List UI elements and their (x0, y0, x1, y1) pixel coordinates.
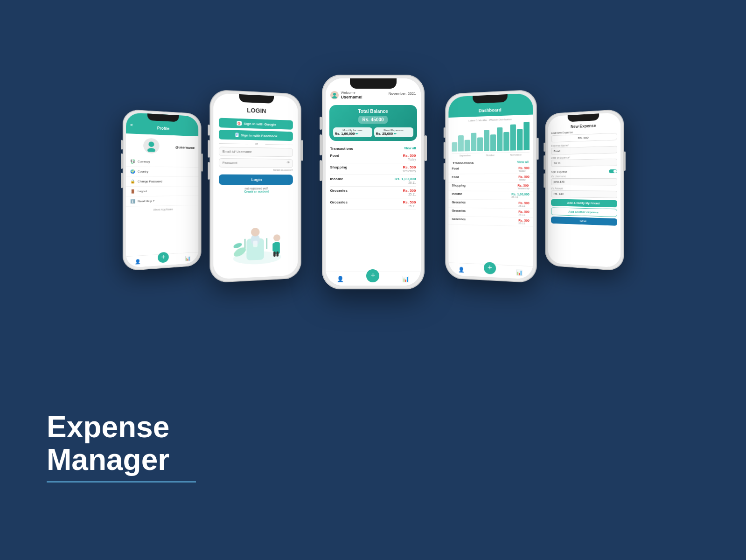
split-toggle[interactable] (609, 169, 617, 173)
add-another-button[interactable]: Add another expense (551, 207, 617, 217)
phone-shell-dashboard: Dashboard Latest 3 Months - Weekly Distr… (445, 89, 537, 283)
dash-trans-right: Rs. 50025.11 (518, 219, 530, 225)
profile-title: Profile (129, 125, 195, 132)
svg-point-17 (332, 96, 337, 98)
chart-bar (516, 129, 523, 151)
dash-trans-date: 25.11 (518, 213, 530, 216)
monthly-income-item: Monthly Income Rs. 1,00,000 ✏ (333, 127, 372, 137)
dash-view-all[interactable]: View all (517, 161, 529, 165)
phone-shell-login: LOGIN G Sign in with Google f Sign in wi… (209, 89, 301, 283)
dash-trans-name: Food (452, 175, 459, 178)
dash-trans-name: Groceries (452, 217, 466, 221)
add-notify-button[interactable]: Add & Notify My Friend (551, 199, 617, 208)
password-visibility-icon[interactable]: 👁 (286, 161, 290, 164)
menu-icon: 💱 (130, 159, 135, 163)
transaction-item[interactable]: ShoppingRs. 500Yesterday (330, 163, 416, 175)
login-illustration (218, 220, 298, 266)
total-balance-amount: Rs. 45000 (358, 116, 387, 124)
title-line1: Expense (47, 411, 699, 443)
friend-amount-input[interactable] (551, 190, 617, 198)
profile-menu-item[interactable]: 🌍Country (126, 167, 198, 177)
nav-person-icon[interactable]: 👤 (134, 259, 140, 264)
dash-trans-date: 28.11 (511, 196, 530, 198)
chart-bar (490, 134, 495, 151)
phone-shell-expense: New Expense Add New Expense Rs. 500 Expe… (545, 109, 624, 272)
dash-transaction-item[interactable]: FoodRs. 500Today (448, 174, 533, 183)
nav-add-center[interactable]: + (366, 269, 379, 282)
svg-rect-11 (272, 243, 276, 252)
email-input[interactable] (218, 147, 293, 157)
screen-login: LOGIN G Sign in with Google f Sign in wi… (213, 93, 298, 279)
phone-new-expense: New Expense Add New Expense Rs. 500 Expe… (545, 109, 624, 272)
nav-add-fab[interactable]: + (158, 252, 169, 263)
nav-person-dash[interactable]: 👤 (458, 266, 464, 273)
screen-transactions: Welcome Username! November, 2021 Total B… (326, 78, 421, 286)
svg-rect-8 (266, 238, 267, 249)
edit-income-icon[interactable]: ✏ (356, 132, 358, 136)
expense-date-input[interactable] (551, 159, 617, 167)
nav-add-dash[interactable]: + (483, 262, 495, 274)
facebook-signin-button[interactable]: f Sign in with Facebook (218, 130, 293, 141)
menu-icon: 🔒 (130, 179, 135, 183)
month-label: November, 2021 (389, 91, 416, 96)
trans-amount: Rs. 500 (403, 200, 416, 204)
create-account-link[interactable]: Create an account (244, 190, 269, 193)
dash-transaction-item[interactable]: GroceriesRs. 50025.11 (448, 216, 533, 226)
back-button[interactable]: < (130, 123, 132, 127)
svg-point-5 (251, 228, 259, 237)
login-button[interactable]: Login (218, 175, 293, 185)
svg-rect-6 (253, 241, 257, 247)
trans-date: 25.11 (403, 193, 416, 196)
user-avatar (330, 91, 339, 99)
screen-new-expense: New Expense Add New Expense Rs. 500 Expe… (548, 112, 620, 268)
transaction-item[interactable]: IncomeRs. 1,00,00028.11 (330, 175, 416, 187)
view-all-link[interactable]: View all (404, 147, 416, 151)
edit-expense-icon[interactable]: ✏ (394, 132, 397, 136)
dash-transaction-item[interactable]: IncomeRs. 1,00,00028.11 (448, 191, 533, 200)
dash-trans-name: Groceries (452, 201, 466, 204)
google-btn-label: Sign in with Google (244, 121, 276, 126)
chart-bar (483, 130, 489, 151)
chart-bar (497, 127, 502, 151)
transaction-item[interactable]: GroceriesRs. 50025.11 (330, 187, 416, 198)
save-button[interactable]: Save (551, 217, 617, 226)
nav-chart-dash[interactable]: 📊 (516, 269, 523, 276)
dash-trans-date: Today (518, 169, 530, 172)
dash-trans-date: 25.11 (518, 204, 530, 207)
nav-chart-center[interactable]: 📊 (402, 276, 409, 282)
monthly-income-value: Rs. 1,00,000 (335, 132, 355, 136)
friend-username-label: d's Username (551, 175, 617, 177)
dash-transaction-item[interactable]: FoodRs. 500Today (448, 165, 533, 175)
profile-menu-item[interactable]: 💱Currency (126, 157, 198, 168)
transactions-label: Transactions (330, 147, 353, 151)
trans-name: Shopping (330, 165, 348, 169)
facebook-btn-label: Sign in with Facebook (240, 133, 277, 138)
profile-menu-item[interactable]: 🚪Logout (126, 186, 198, 196)
chart-bar (523, 122, 530, 150)
friend-username-input[interactable] (551, 178, 617, 186)
dashboard-title: Dashboard (452, 105, 529, 114)
fixed-expenses-item: Fixed Expenses Rs. 25,000 ✏ (374, 127, 413, 137)
transaction-item[interactable]: FoodRs. 500Today (330, 152, 416, 163)
dash-trans-date: Today (518, 178, 530, 181)
expense-amount-display: Rs. 500 (551, 133, 617, 143)
trans-right: Rs. 500Today (403, 154, 416, 161)
transaction-item[interactable]: GroceriesRs. 50025.11 (330, 198, 416, 210)
password-input[interactable] (218, 158, 293, 168)
nav-chart-icon[interactable]: 📊 (185, 255, 190, 261)
balance-details-row: Monthly Income Rs. 1,00,000 ✏ Fixed Expe… (333, 127, 413, 137)
nav-person-center[interactable]: 👤 (337, 276, 344, 282)
dash-transaction-item[interactable]: ShoppingRs. 500Yesterday (448, 182, 533, 191)
google-signin-button[interactable]: G Sign in with Google (218, 118, 293, 130)
svg-rect-12 (273, 252, 276, 257)
register-text: not registered yet? Create an account (218, 187, 293, 193)
phone-shell-center: Welcome Username! November, 2021 Total B… (322, 75, 425, 289)
dash-trans-right: Rs. 50025.11 (518, 210, 530, 216)
profile-menu-item[interactable]: 🔒Change Password (126, 176, 198, 186)
dash-trans-right: Rs. 1,00,00028.11 (511, 193, 530, 198)
chart-bar (458, 135, 464, 152)
chart-bar (464, 140, 470, 151)
expense-name-input[interactable] (551, 146, 617, 155)
center-notch (350, 78, 397, 89)
profile-user-row: @username (126, 133, 198, 158)
